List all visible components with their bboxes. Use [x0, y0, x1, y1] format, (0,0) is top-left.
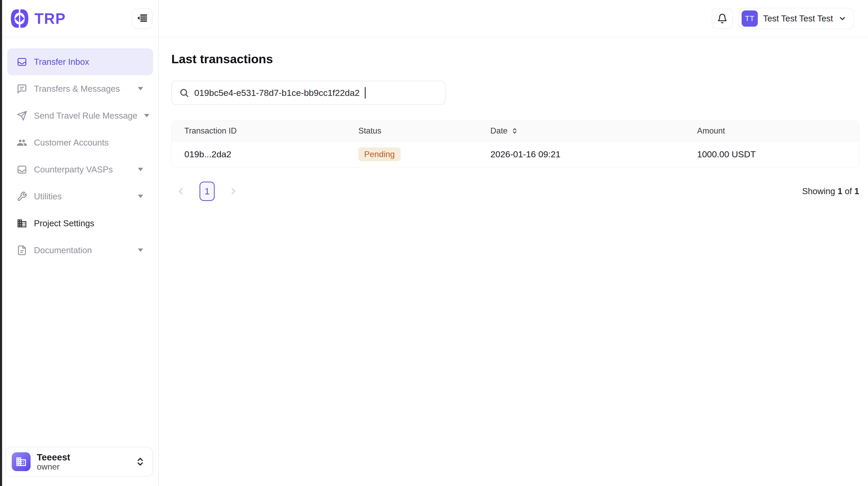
project-switcher[interactable]: Teeeest owner [5, 447, 153, 477]
inbox-icon [17, 57, 27, 67]
sidebar-item-label: Transfer Inbox [34, 57, 89, 67]
app-window: TRP Transfer Inbox [0, 0, 868, 486]
chevron-down-icon [144, 114, 149, 117]
wrench-icon [17, 191, 27, 202]
page-1-button[interactable]: 1 [199, 181, 215, 201]
previous-page-button[interactable] [176, 186, 186, 197]
search-input[interactable]: 019bc5e4-e531-78d7-b1ce-bb9cc1f22da2 [171, 81, 445, 105]
topbar: TT Test Test Test Test [159, 0, 868, 37]
chevron-right-icon [228, 186, 239, 197]
sidebar-item-transfer-inbox[interactable]: Transfer Inbox [7, 48, 153, 75]
inbox-icon [17, 164, 27, 175]
brand-logo[interactable]: TRP [9, 8, 66, 29]
column-header-status: Status [358, 126, 490, 136]
column-header-transaction-id: Transaction ID [172, 126, 358, 136]
file-text-icon [17, 245, 27, 256]
chevron-left-icon [176, 186, 186, 197]
sidebar-item-label: Transfers & Messages [34, 84, 120, 94]
notifications-button[interactable] [712, 8, 733, 29]
sidebar-item-label: Counterparty VASPs [34, 165, 113, 175]
cell-amount: 1000.00 USDT [697, 149, 859, 160]
search-icon [179, 88, 189, 98]
building-icon [16, 456, 27, 467]
sidebar-item-transfers-messages[interactable]: Transfers & Messages [7, 75, 153, 102]
main-area: TT Test Test Test Test Last transactions… [159, 0, 868, 486]
user-avatar: TT [742, 10, 758, 27]
chevron-down-icon [138, 249, 143, 252]
pagination: 1 Showing 1 of 1 [171, 181, 859, 201]
sidebar-item-label: Send Travel Rule Message [34, 111, 137, 121]
trp-logo-icon [9, 8, 30, 29]
sidebar-collapse-button[interactable] [132, 8, 153, 29]
sidebar-nav: Transfer Inbox Transfers & Messages Send… [2, 37, 158, 264]
chevron-down-icon [838, 15, 846, 23]
sidebar-item-label: Documentation [34, 245, 92, 255]
user-menu-button[interactable]: TT Test Test Test Test [739, 8, 854, 29]
transactions-table: Transaction ID Status Date Amount 019b..… [171, 120, 859, 168]
showing-summary: Showing 1 of 1 [802, 186, 859, 196]
bell-icon [717, 13, 727, 24]
project-role: owner [37, 462, 70, 471]
table-row[interactable]: 019b...2da2 Pending 2026-01-16 09:21 100… [172, 141, 859, 167]
send-icon [17, 111, 27, 121]
sort-icon [511, 127, 519, 135]
sidebar-item-customer-accounts[interactable]: Customer Accounts [7, 129, 153, 156]
cell-date: 2026-01-16 09:21 [490, 149, 697, 160]
sidebar-item-send-travel-rule-message[interactable]: Send Travel Rule Message [7, 102, 153, 129]
sidebar-item-documentation[interactable]: Documentation [7, 237, 153, 264]
sidebar-item-label: Utilities [34, 192, 62, 201]
sidebar-item-utilities[interactable]: Utilities [7, 183, 153, 210]
chevron-down-icon [138, 195, 143, 198]
indent-decrease-icon [136, 12, 148, 25]
project-meta: Teeeest owner [37, 452, 70, 471]
text-cursor [365, 87, 366, 98]
sidebar: TRP Transfer Inbox [2, 0, 159, 486]
column-header-date[interactable]: Date [490, 126, 697, 136]
sidebar-item-label: Project Settings [34, 219, 94, 228]
column-header-amount: Amount [697, 126, 859, 136]
sidebar-header: TRP [2, 0, 158, 37]
project-name: Teeeest [37, 452, 70, 462]
chevron-down-icon [138, 87, 143, 90]
cell-transaction-id: 019b...2da2 [172, 149, 358, 160]
window-edge [0, 0, 2, 486]
sidebar-item-counterparty-vasps[interactable]: Counterparty VASPs [7, 156, 153, 183]
page-title: Last transactions [171, 52, 859, 66]
user-name: Test Test Test Test [763, 13, 833, 24]
users-icon [17, 138, 27, 148]
status-badge: Pending [358, 147, 400, 161]
chevron-down-icon [138, 168, 143, 171]
sidebar-item-project-settings[interactable]: Project Settings [7, 210, 153, 237]
message-square-icon [17, 84, 27, 94]
chevrons-up-down-icon [135, 457, 145, 467]
building-icon [17, 218, 27, 229]
content: Last transactions 019bc5e4-e531-78d7-b1c… [159, 37, 868, 201]
project-avatar [12, 452, 31, 471]
search-value: 019bc5e4-e531-78d7-b1ce-bb9cc1f22da2 [194, 88, 360, 98]
table-header-row: Transaction ID Status Date Amount [172, 121, 859, 141]
next-page-button[interactable] [228, 186, 239, 197]
cell-status: Pending [358, 147, 490, 161]
brand-name: TRP [34, 10, 66, 27]
sidebar-item-label: Customer Accounts [34, 138, 108, 148]
